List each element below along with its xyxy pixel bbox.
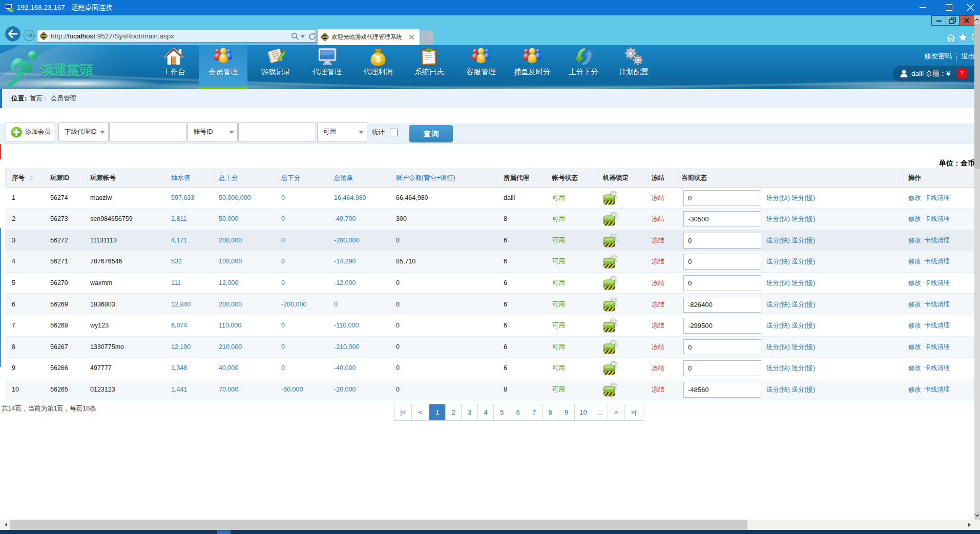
svg-text:$: $: [376, 54, 381, 64]
